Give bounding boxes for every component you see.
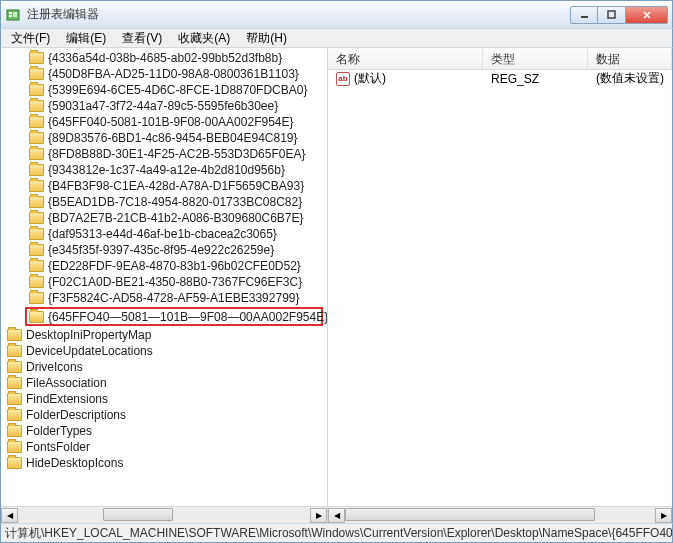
folder-icon: [29, 132, 44, 144]
folder-icon: [7, 345, 22, 357]
scroll-right-button[interactable]: ▶: [655, 508, 672, 523]
close-icon: [642, 10, 652, 20]
tree-node-label: {B4FB3F98-C1EA-428d-A78A-D1F5659CBA93}: [48, 179, 304, 193]
scroll-left-button[interactable]: ◀: [1, 508, 18, 523]
col-head-data[interactable]: 数据: [588, 48, 672, 69]
tree-node-label: FolderDescriptions: [26, 408, 126, 422]
list-row[interactable]: ab(默认)REG_SZ(数值未设置): [328, 70, 672, 87]
col-head-name[interactable]: 名称: [328, 48, 483, 69]
tree-node[interactable]: {4336a54d-038b-4685-ab02-99bb52d3fb8b}: [1, 50, 327, 66]
tree-node[interactable]: {B5EAD1DB-7C18-4954-8820-01733BC08C82}: [1, 194, 327, 210]
cell-type: REG_SZ: [483, 72, 588, 86]
tree-node-label: HideDesktopIcons: [26, 456, 123, 470]
tree-node[interactable]: FileAssociation: [1, 375, 327, 391]
tree-node[interactable]: FolderTypes: [1, 423, 327, 439]
cell-name: ab(默认): [328, 70, 483, 87]
menu-view[interactable]: 查看(V): [116, 28, 168, 49]
tree-node-label: {9343812e-1c37-4a49-a12e-4b2d810d956b}: [48, 163, 285, 177]
tree-node[interactable]: HideDesktopIcons: [1, 455, 327, 471]
tree-node[interactable]: {645FFO40—5081—101B—9F08—00AA002F954E}: [25, 307, 323, 326]
list-view[interactable]: ab(默认)REG_SZ(数值未设置): [328, 70, 672, 506]
tree-node-label: FindExtensions: [26, 392, 108, 406]
cell-data: (数值未设置): [588, 70, 672, 87]
folder-icon: [29, 311, 44, 323]
tree-node[interactable]: DeviceUpdateLocations: [1, 343, 327, 359]
scroll-thumb[interactable]: [103, 508, 173, 521]
tree-node-label: {ED228FDF-9EA8-4870-83b1-96b02CFE0D52}: [48, 259, 301, 273]
statusbar: 计算机\HKEY_LOCAL_MACHINE\SOFTWARE\Microsof…: [0, 523, 673, 543]
menu-help[interactable]: 帮助(H): [240, 28, 293, 49]
tree-node[interactable]: FolderDescriptions: [1, 407, 327, 423]
status-path: 计算机\HKEY_LOCAL_MACHINE\SOFTWARE\Microsof…: [5, 525, 673, 542]
tree-pane: {4336a54d-038b-4685-ab02-99bb52d3fb8b}{4…: [1, 48, 328, 523]
list-hscrollbar[interactable]: ◀ ▶: [328, 506, 672, 523]
body-area: {4336a54d-038b-4685-ab02-99bb52d3fb8b}{4…: [0, 48, 673, 523]
folder-icon: [29, 84, 44, 96]
tree-node[interactable]: {F02C1A0D-BE21-4350-88B0-7367FC96EF3C}: [1, 274, 327, 290]
menubar: 文件(F) 编辑(E) 查看(V) 收藏夹(A) 帮助(H): [0, 28, 673, 48]
tree-node-label: {e345f35f-9397-435c-8f95-4e922c26259e}: [48, 243, 274, 257]
menu-file[interactable]: 文件(F): [5, 28, 56, 49]
folder-icon: [29, 116, 44, 128]
folder-icon: [7, 457, 22, 469]
tree-node-label: {8FD8B88D-30E1-4F25-AC2B-553D3D65F0EA}: [48, 147, 305, 161]
tree-node-label: DriveIcons: [26, 360, 83, 374]
tree-node-label: FolderTypes: [26, 424, 92, 438]
folder-icon: [29, 148, 44, 160]
tree-node[interactable]: {B4FB3F98-C1EA-428d-A78A-D1F5659CBA93}: [1, 178, 327, 194]
folder-icon: [7, 393, 22, 405]
tree-node-label: DeviceUpdateLocations: [26, 344, 153, 358]
tree-node-label: {daf95313-e44d-46af-be1b-cbacea2c3065}: [48, 227, 277, 241]
close-button[interactable]: [626, 6, 668, 24]
tree-node-label: {645FF040-5081-101B-9F08-00AA002F954E}: [48, 115, 294, 129]
folder-icon: [29, 100, 44, 112]
tree-node[interactable]: {89D83576-6BD1-4c86-9454-BEB04E94C819}: [1, 130, 327, 146]
minimize-icon: [580, 10, 589, 19]
tree-hscrollbar[interactable]: ◀ ▶: [1, 506, 327, 523]
folder-icon: [7, 361, 22, 373]
tree-node[interactable]: FindExtensions: [1, 391, 327, 407]
folder-icon: [29, 244, 44, 256]
tree-node-label: {F3F5824C-AD58-4728-AF59-A1EBE3392799}: [48, 291, 300, 305]
folder-icon: [29, 164, 44, 176]
tree-node-label: {5399E694-6CE5-4D6C-8FCE-1D8870FDCBA0}: [48, 83, 307, 97]
scroll-right-button[interactable]: ▶: [310, 508, 327, 523]
tree-node[interactable]: {450D8FBA-AD25-11D0-98A8-0800361B1103}: [1, 66, 327, 82]
tree-node[interactable]: {ED228FDF-9EA8-4870-83b1-96b02CFE0D52}: [1, 258, 327, 274]
menu-edit[interactable]: 编辑(E): [60, 28, 112, 49]
tree-node-label: DesktopIniPropertyMap: [26, 328, 151, 342]
svg-rect-3: [13, 12, 17, 17]
scroll-left-button[interactable]: ◀: [328, 508, 345, 523]
tree-node-label: {BD7A2E7B-21CB-41b2-A086-B309680C6B7E}: [48, 211, 304, 225]
tree-node-label: {F02C1A0D-BE21-4350-88B0-7367FC96EF3C}: [48, 275, 302, 289]
scroll-track[interactable]: [18, 508, 310, 523]
tree-node[interactable]: {8FD8B88D-30E1-4F25-AC2B-553D3D65F0EA}: [1, 146, 327, 162]
maximize-button[interactable]: [598, 6, 626, 24]
tree-node[interactable]: {5399E694-6CE5-4D6C-8FCE-1D8870FDCBA0}: [1, 82, 327, 98]
tree-node-label: FileAssociation: [26, 376, 107, 390]
folder-icon: [7, 409, 22, 421]
svg-rect-2: [9, 15, 12, 17]
tree-node[interactable]: {daf95313-e44d-46af-be1b-cbacea2c3065}: [1, 226, 327, 242]
tree-node[interactable]: {BD7A2E7B-21CB-41b2-A086-B309680C6B7E}: [1, 210, 327, 226]
tree-node[interactable]: {F3F5824C-AD58-4728-AF59-A1EBE3392799}: [1, 290, 327, 306]
menu-favorites[interactable]: 收藏夹(A): [172, 28, 236, 49]
list-header: 名称 类型 数据: [328, 48, 672, 70]
scroll-track[interactable]: [345, 508, 655, 523]
tree-node[interactable]: DesktopIniPropertyMap: [1, 327, 327, 343]
col-head-type[interactable]: 类型: [483, 48, 588, 69]
folder-icon: [29, 228, 44, 240]
folder-icon: [29, 212, 44, 224]
tree-node[interactable]: {645FF040-5081-101B-9F08-00AA002F954E}: [1, 114, 327, 130]
folder-icon: [29, 196, 44, 208]
tree-node[interactable]: DriveIcons: [1, 359, 327, 375]
tree-view[interactable]: {4336a54d-038b-4685-ab02-99bb52d3fb8b}{4…: [1, 48, 327, 506]
tree-node[interactable]: {9343812e-1c37-4a49-a12e-4b2d810d956b}: [1, 162, 327, 178]
tree-node[interactable]: {59031a47-3f72-44a7-89c5-5595fe6b30ee}: [1, 98, 327, 114]
tree-node[interactable]: {e345f35f-9397-435c-8f95-4e922c26259e}: [1, 242, 327, 258]
scroll-thumb[interactable]: [345, 508, 595, 521]
tree-node[interactable]: FontsFolder: [1, 439, 327, 455]
minimize-button[interactable]: [570, 6, 598, 24]
svg-rect-1: [9, 12, 12, 14]
folder-icon: [29, 276, 44, 288]
